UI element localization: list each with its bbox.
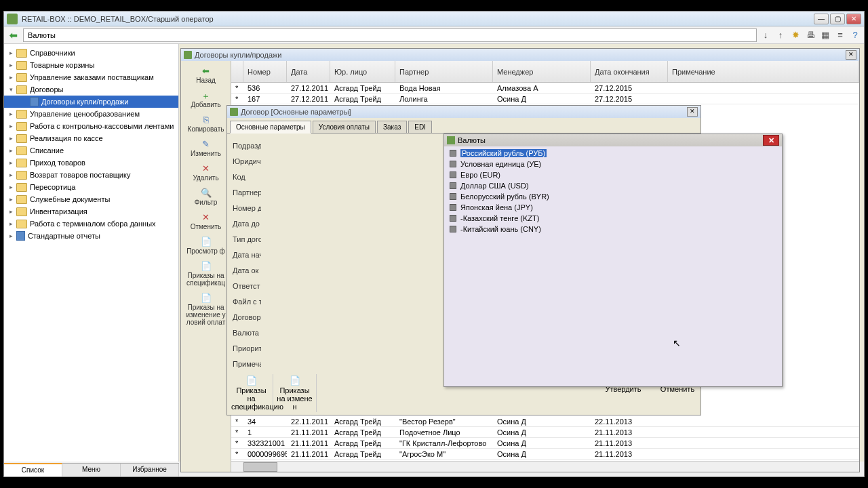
column-header[interactable]: Менеджер (493, 61, 591, 82)
folder-icon (16, 183, 27, 192)
tree-item[interactable]: ▸Работа с терминалом сбора данных (4, 218, 178, 230)
table-row[interactable]: *16727.12.2011Асгард ТрейдЛолингаОсина Д… (231, 94, 859, 104)
contract-form-tabs: Основные параметрыУсловия оплатыЗаказEDI (227, 118, 701, 134)
toolbar-button[interactable]: 📄Приказы на изменение у ловий оплат (182, 291, 229, 330)
tree-label: Товарные корзины (30, 61, 94, 69)
tree-item[interactable]: ▸Возврат товаров поставщику (4, 169, 178, 181)
table-row[interactable]: *000009969521.11.2011Асгард Трейд"АгросЭ… (231, 449, 859, 460)
currency-item[interactable]: Условная единица (УЕ) (446, 159, 781, 169)
tree-item[interactable]: Договоры купли/продажи (4, 96, 178, 108)
window-title: RETAIL-BOX :: DEMO_RETAIL_BOX/Старший оп… (22, 15, 814, 23)
folder-icon (16, 73, 27, 82)
gear-icon[interactable]: ✸ (789, 29, 802, 41)
checkbox-icon (450, 193, 456, 200)
toolbar-button[interactable]: ✎Изменить (182, 137, 229, 161)
form-tab[interactable]: Условия оплаты (313, 121, 376, 133)
tree-panel: ▸Справочники▸Товарные корзины▸Управление… (4, 44, 179, 462)
content-area: Договоры купли/продажи ✕ ⬅Назад＋Добавить… (179, 44, 864, 462)
tree-item[interactable]: ▸Работа с контрольно-кассовыми лентами (4, 120, 178, 132)
tree-item[interactable]: ▸Приход товаров (4, 157, 178, 169)
column-header[interactable]: Дата окончания (591, 61, 668, 82)
column-header[interactable]: Юр. лицо (330, 61, 395, 82)
toolbar-button[interactable]: 📄Просмотр ф (182, 235, 229, 259)
tree-item[interactable]: ▸Служебные документы (4, 193, 178, 205)
contracts-close-button[interactable]: ✕ (846, 50, 856, 60)
form-tab[interactable]: EDI (408, 121, 432, 133)
currency-item[interactable]: Белорусский рубль (BYR) (446, 191, 781, 202)
toolbar-button[interactable]: 🔍Фильтр (182, 186, 229, 210)
print-icon[interactable]: 🖶 (804, 29, 816, 41)
footer-tab[interactable]: Избранное (121, 464, 179, 476)
table-row[interactable]: *3422.11.2011Асгард Трейд"Вестор Резерв"… (231, 416, 859, 427)
table-row[interactable]: *121.11.2011Асгард ТрейдПодочетное ЛицоО… (231, 427, 859, 438)
form-bottom-button[interactable]: 📄Приказы на спецификацию (230, 374, 273, 412)
currency-item[interactable]: Японская йена (JPY) (446, 202, 781, 213)
currency-item[interactable]: -Китайский юань (CNY) (446, 224, 781, 235)
window-icon (447, 136, 455, 144)
checkbox-icon (450, 171, 456, 178)
form-tab[interactable]: Основные параметры (230, 121, 311, 134)
checkbox-icon (450, 182, 456, 189)
down-arrow-icon[interactable]: ↓ (760, 29, 772, 41)
folder-icon (16, 220, 27, 228)
column-header[interactable]: Дата (287, 61, 330, 82)
doc-icon (16, 231, 25, 241)
currency-item[interactable]: -Казахский тенге (KZT) (446, 213, 781, 224)
tree-item[interactable]: ▸Управление ценообразованием (4, 108, 178, 120)
form-tab[interactable]: Заказ (377, 121, 407, 133)
maximize-button[interactable]: ▢ (830, 14, 845, 24)
currency-item[interactable]: Евро (EUR) (446, 169, 781, 180)
layout-icon[interactable]: ▦ (819, 29, 831, 41)
close-button[interactable]: ✕ (846, 14, 861, 24)
bars-icon[interactable]: ≡ (834, 29, 846, 41)
tree-label: Договоры купли/продажи (41, 98, 129, 106)
horizontal-scrollbar[interactable] (231, 461, 859, 472)
toolbar-button[interactable]: ✕Отменить (182, 210, 229, 235)
toolbar-button[interactable]: 📄Приказы на спецификац (182, 259, 229, 291)
title-bar: RETAIL-BOX :: DEMO_RETAIL_BOX/Старший оп… (4, 12, 864, 26)
tree-label: Реализация по кассе (30, 134, 103, 142)
tree-item[interactable]: ▸Управление заказами поставщикам (4, 71, 178, 83)
contract-form-close-button[interactable]: ✕ (687, 107, 698, 117)
toolbar-button[interactable]: ＋Добавить (182, 88, 229, 113)
tree-item[interactable]: ▾Договоры (4, 83, 178, 96)
column-header[interactable] (231, 61, 243, 82)
toolbar-button[interactable]: ✕Удалить (182, 161, 229, 186)
toolbar-button[interactable]: ⎘Копировать (182, 113, 229, 137)
footer-tab[interactable]: Список (4, 463, 62, 476)
currency-item[interactable]: Российский рубль (РУБ) (446, 148, 781, 159)
tree-label: Инвентаризация (30, 207, 87, 216)
currency-item[interactable]: Доллар США (USD) (446, 180, 781, 191)
form-label: Примеча (231, 360, 261, 368)
tree-label: Справочники (30, 49, 75, 57)
tree-item[interactable]: ▸Стандартные отчеты (4, 230, 178, 242)
back-arrow-icon[interactable]: ⬅ (7, 30, 20, 41)
minimize-button[interactable]: — (814, 14, 829, 24)
tree-label: Пересортица (30, 183, 75, 191)
address-input[interactable] (23, 28, 757, 42)
footer-tab[interactable]: Меню (62, 464, 121, 476)
checkbox-icon (450, 161, 456, 167)
table-row[interactable]: *33232100121.11.2011Асгард Трейд"ГК Крис… (231, 438, 859, 449)
tree-item[interactable]: ▸Реализация по кассе (4, 132, 178, 144)
column-header[interactable]: Партнер (395, 61, 493, 82)
grid-header: НомерДатаЮр. лицоПартнерМенеджерДата око… (231, 61, 859, 83)
tree-label: Управление заказами поставщикам (30, 73, 154, 81)
tree-item[interactable]: ▸Справочники (4, 47, 178, 59)
tree-item[interactable]: ▸Списание (4, 144, 178, 157)
currency-title: Валюты (458, 136, 763, 144)
tree-item[interactable]: ▸Инвентаризация (4, 205, 178, 218)
help-icon[interactable]: ? (849, 29, 861, 41)
form-bottom-button[interactable]: 📄Приказы на измене н (273, 374, 317, 412)
tree-item[interactable]: ▸Пересортица (4, 181, 178, 193)
column-header[interactable]: Примечание (668, 61, 859, 82)
tree-item[interactable]: ▸Товарные корзины (4, 59, 178, 71)
tree-label: Приход товаров (30, 159, 85, 167)
column-header[interactable]: Номер (243, 61, 287, 82)
folder-icon (16, 195, 27, 204)
table-row[interactable]: *53627.12.2011Асгард ТрейдВода НоваяАлма… (231, 83, 859, 94)
currency-close-button[interactable]: ✕ (763, 135, 779, 146)
folder-icon (16, 134, 27, 143)
up-arrow-icon[interactable]: ↑ (774, 29, 787, 41)
toolbar-button[interactable]: ⬅Назад (182, 64, 229, 88)
